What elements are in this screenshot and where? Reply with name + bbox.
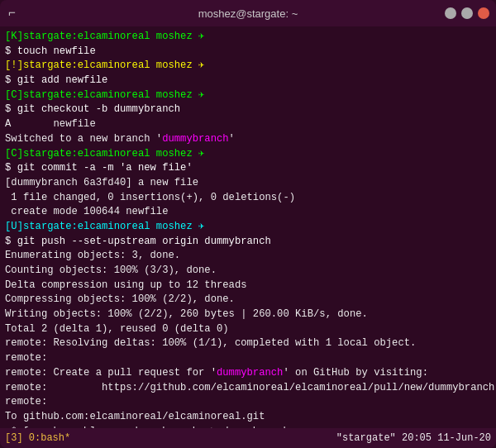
line-23: remote: (5, 351, 491, 366)
maximize-button[interactable] (461, 7, 473, 19)
terminal-icon: ⌐ (8, 7, 16, 21)
minimize-button[interactable] (445, 7, 456, 19)
line-9: [C]stargate:elcaminoreal moshez ✈ (5, 147, 491, 162)
status-right: "stargate" 20:05 11-Jun-20 (336, 432, 491, 444)
line-24: remote: Create a pull request for 'dummy… (5, 366, 491, 381)
line-7: A newfile (5, 117, 491, 132)
line-18: Delta compression using up to 12 threads (5, 279, 491, 293)
line-4: $ git add newfile (5, 74, 491, 88)
window-title: moshez@stargate: ~ (198, 7, 298, 20)
line-2: $ touch newfile (5, 45, 491, 60)
line-1: [K]stargate:elcaminoreal moshez ✈ (5, 30, 491, 45)
status-left: [3] 0:bash* (5, 432, 70, 444)
line-19: Compressing objects: 100% (2/2), done. (5, 293, 491, 307)
window-controls (445, 7, 489, 19)
terminal-window: ⌐ moshez@stargate: ~ [K]stargate:elcamin… (0, 0, 496, 448)
close-button[interactable] (478, 7, 489, 19)
line-20: Writing objects: 100% (2/2), 260 bytes |… (5, 307, 491, 322)
line-25: remote: https://github.com/elcaminoreal/… (5, 381, 491, 396)
line-8: Switched to a new branch 'dummybranch' (5, 132, 491, 147)
titlebar: ⌐ moshez@stargate: ~ (0, 0, 496, 26)
line-3: [!]stargate:elcaminoreal moshez ✈ (5, 59, 491, 74)
line-22: remote: Resolving deltas: 100% (1/1), co… (5, 336, 491, 351)
statusbar: [3] 0:bash* "stargate" 20:05 11-Jun-20 (0, 428, 496, 448)
line-10: $ git commit -a -m 'a new file' (5, 161, 491, 176)
line-26: remote: (5, 395, 491, 410)
line-6: $ git checkout -b dummybranch (5, 102, 491, 117)
line-11: [dummybranch 6a3fd40] a new file (5, 176, 491, 191)
terminal-body[interactable]: [K]stargate:elcaminoreal moshez ✈ $ touc… (0, 26, 496, 428)
line-14: [U]stargate:elcaminoreal moshez ✈ (5, 220, 491, 235)
line-16: Enumerating objects: 3, done. (5, 249, 491, 264)
line-15: $ git push --set-upstream origin dummybr… (5, 235, 491, 250)
line-21: Total 2 (delta 1), reused 0 (delta 0) (5, 322, 491, 337)
line-5: [C]stargate:elcaminoreal moshez ✈ (5, 88, 491, 103)
line-27: To github.com:elcaminoreal/elcaminoreal.… (5, 410, 491, 425)
line-13: create mode 100644 newfile (5, 205, 491, 220)
line-12: 1 file changed, 0 insertions(+), 0 delet… (5, 191, 491, 206)
line-17: Counting objects: 100% (3/3), done. (5, 264, 491, 279)
